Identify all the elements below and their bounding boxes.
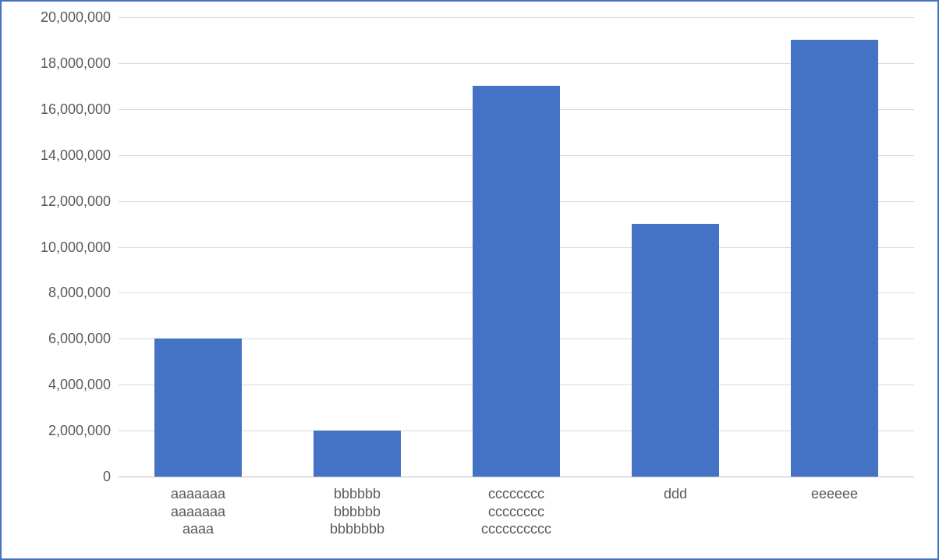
bar-slot [755, 17, 914, 477]
y-tick-label: 12,000,000 [9, 193, 119, 209]
y-tick-label: 14,000,000 [9, 147, 119, 163]
x-tick-label: aaaaaaa aaaaaaa aaaa [119, 485, 278, 538]
y-tick-label: 10,000,000 [9, 239, 119, 255]
bar [314, 431, 401, 477]
bar-slot [278, 17, 437, 477]
y-tick-label: 4,000,000 [9, 377, 119, 393]
bar [791, 40, 878, 477]
x-tick-label: eeeeee [755, 485, 914, 503]
bar-slot [119, 17, 278, 477]
y-tick-label: 2,000,000 [9, 423, 119, 439]
y-tick-label: 8,000,000 [9, 285, 119, 301]
bar-slot [437, 17, 596, 477]
bar [473, 86, 560, 477]
y-tick-label: 16,000,000 [9, 101, 119, 117]
plot-area: 02,000,0004,000,0006,000,0008,000,00010,… [119, 17, 914, 477]
y-tick-label: 6,000,000 [9, 331, 119, 347]
x-tick-label: cccccccc cccccccc cccccccccc [437, 485, 596, 538]
bar [154, 338, 242, 477]
y-tick-label: 20,000,000 [9, 9, 119, 26]
y-tick-label: 18,000,000 [9, 55, 119, 71]
x-axis-labels: aaaaaaa aaaaaaa aaaabbbbbb bbbbbb bbbbbb… [119, 480, 914, 558]
x-tick-label: bbbbbb bbbbbb bbbbbbb [278, 485, 437, 538]
bar [632, 224, 719, 477]
x-tick-label: ddd [596, 485, 755, 503]
bar-slot [596, 17, 755, 477]
x-axis-baseline [119, 477, 914, 477]
y-tick-label: 0 [9, 469, 119, 485]
chart-frame: 02,000,0004,000,0006,000,0008,000,00010,… [0, 0, 939, 560]
